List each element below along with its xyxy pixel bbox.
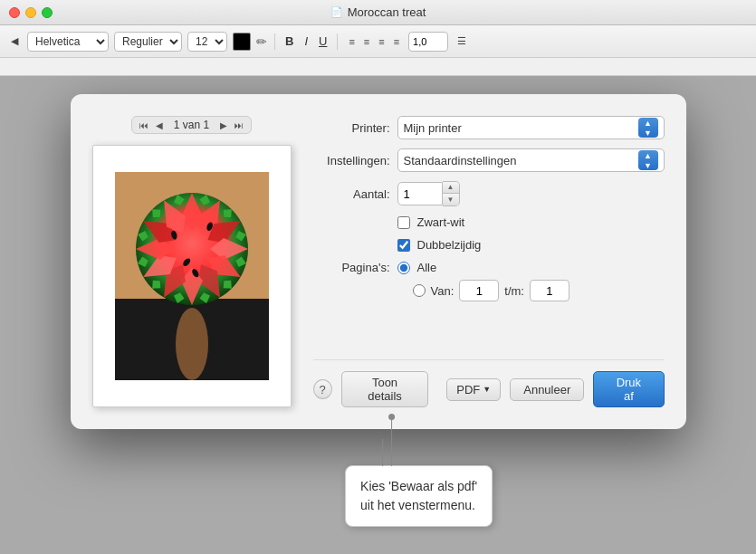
page-navigation: ⏮ ◀ 1 van 1 ▶ ⏭ — [131, 116, 252, 134]
down-arrow-icon-2: ▼ — [644, 161, 652, 170]
from-label: Van: — [431, 284, 455, 298]
align-center-btn[interactable]: ≡ — [360, 34, 373, 49]
settings-panel: Printer: Mijn printer ▲ ▼ Instellingen: … — [313, 116, 665, 407]
settings-value: Standaardinstellingen — [404, 154, 638, 167]
to-input[interactable] — [530, 280, 569, 301]
settings-arrows[interactable]: ▲ ▼ — [638, 150, 658, 170]
copies-input[interactable] — [397, 182, 443, 205]
pages-label: Pagina's: — [313, 261, 390, 274]
print-button[interactable]: Druk af — [593, 371, 664, 407]
main-window: 📄 Moroccan treat ◀ Helvetica Regulier 12… — [0, 0, 756, 554]
settings-label: Instellingen: — [313, 154, 390, 167]
settings-select[interactable]: Standaardinstellingen ▲ ▼ — [397, 148, 665, 172]
align-group: ≡ ≡ ≡ ≡ — [345, 34, 403, 49]
down-arrow-icon: ▼ — [644, 129, 652, 138]
cancel-button[interactable]: Annuleer — [510, 378, 584, 401]
separator-2 — [337, 33, 338, 50]
color-swatch[interactable] — [233, 33, 251, 51]
bw-checkbox[interactable] — [397, 216, 410, 229]
traffic-lights — [9, 7, 53, 18]
pencil-icon[interactable]: ✏ — [256, 34, 267, 49]
toolbar-back-btn[interactable]: ◀ — [7, 33, 22, 49]
document-icon: 📄 — [330, 6, 343, 18]
copies-stepper: ▲ ▼ — [443, 181, 460, 206]
style-selector[interactable]: Regulier — [114, 32, 182, 52]
page-preview — [92, 145, 292, 407]
font-selector[interactable]: Helvetica — [27, 32, 109, 52]
copies-label: Aantal: — [313, 187, 390, 201]
up-arrow-icon-2: ▲ — [644, 151, 652, 160]
pages-all-label[interactable]: Alle — [417, 261, 437, 274]
callout-line — [391, 416, 392, 466]
pdf-button[interactable]: PDF ▼ — [446, 378, 501, 401]
minimize-button[interactable] — [25, 7, 36, 18]
next-page-btn[interactable]: ▶ — [218, 119, 229, 131]
prev-page-btn[interactable]: ◀ — [154, 119, 165, 131]
list-btn[interactable]: ☰ — [454, 33, 470, 49]
pdf-dropdown-icon: ▼ — [483, 385, 491, 394]
align-right-btn[interactable]: ≡ — [375, 34, 388, 49]
ruler-marks — [0, 58, 756, 75]
size-selector[interactable]: 12 — [187, 32, 227, 52]
ruler — [0, 58, 756, 76]
close-button[interactable] — [9, 7, 20, 18]
title-text: Moroccan treat — [348, 5, 426, 19]
maximize-button[interactable] — [42, 7, 53, 18]
duplex-label[interactable]: Dubbelzijdig — [417, 238, 482, 252]
svg-point-2 — [176, 308, 208, 380]
bw-row: Zwart-wit — [397, 215, 665, 229]
callout-dot — [388, 414, 395, 420]
details-button[interactable]: Toon details — [341, 371, 429, 407]
copies-increment-btn[interactable]: ▲ — [443, 182, 459, 194]
preview-image-content — [115, 172, 269, 380]
help-button[interactable]: ? — [313, 379, 332, 399]
pages-all-radio[interactable] — [397, 262, 410, 274]
main-content: ⏮ ◀ 1 van 1 ▶ ⏭ — [0, 76, 756, 554]
pdf-label: PDF — [456, 383, 480, 396]
underline-button[interactable]: U — [316, 33, 330, 49]
settings-row: Instellingen: Standaardinstellingen ▲ ▼ — [313, 148, 665, 172]
printer-arrows[interactable]: ▲ ▼ — [638, 118, 658, 138]
page-counter: 1 van 1 — [168, 119, 215, 131]
printer-value: Mijn printer — [404, 121, 638, 135]
align-left-btn[interactable]: ≡ — [345, 34, 358, 49]
to-label: t/m: — [504, 284, 524, 298]
printer-select[interactable]: Mijn printer ▲ ▼ — [397, 116, 665, 139]
copies-decrement-btn[interactable]: ▼ — [443, 194, 459, 205]
window-title: 📄 Moroccan treat — [330, 5, 426, 19]
separator-1 — [274, 33, 275, 50]
print-dialog: ⏮ ◀ 1 van 1 ▶ ⏭ — [71, 94, 686, 429]
printer-row: Printer: Mijn printer ▲ ▼ — [313, 116, 665, 139]
callout-tooltip: Kies 'Bewaar als pdf' uit het venstermen… — [345, 465, 493, 527]
pages-all-row: Pagina's: Alle — [313, 261, 665, 274]
callout-text: Kies 'Bewaar als pdf' uit het venstermen… — [360, 479, 477, 512]
printer-label: Printer: — [313, 121, 390, 135]
last-page-btn[interactable]: ⏭ — [233, 119, 245, 131]
up-arrow-icon: ▲ — [644, 119, 652, 128]
italic-button[interactable]: I — [301, 33, 311, 49]
preview-panel: ⏮ ◀ 1 van 1 ▶ ⏭ — [92, 116, 292, 407]
dialog-footer: ? Toon details PDF ▼ Annuleer Druk af — [313, 359, 665, 407]
from-input[interactable] — [459, 280, 499, 301]
copies-row: Aantal: ▲ ▼ — [313, 181, 665, 206]
duplex-row: Dubbelzijdig — [397, 238, 665, 252]
toolbar: ◀ Helvetica Regulier 12 ✏ B I U ≡ ≡ ≡ ≡ … — [0, 25, 756, 58]
pages-range-row: Van: t/m: — [413, 280, 665, 301]
pages-range-radio[interactable] — [413, 284, 426, 297]
bold-button[interactable]: B — [282, 33, 296, 49]
first-page-btn[interactable]: ⏮ — [138, 119, 150, 131]
title-bar: 📄 Moroccan treat — [0, 0, 756, 25]
pages-section: Pagina's: Alle Van: t/m: — [313, 261, 665, 301]
bw-label[interactable]: Zwart-wit — [417, 215, 465, 229]
copies-input-wrap: ▲ ▼ — [397, 181, 460, 206]
watermelon-svg — [115, 172, 269, 380]
line-spacing-input[interactable] — [408, 32, 448, 52]
justify-btn[interactable]: ≡ — [390, 34, 403, 49]
duplex-checkbox[interactable] — [397, 239, 410, 252]
